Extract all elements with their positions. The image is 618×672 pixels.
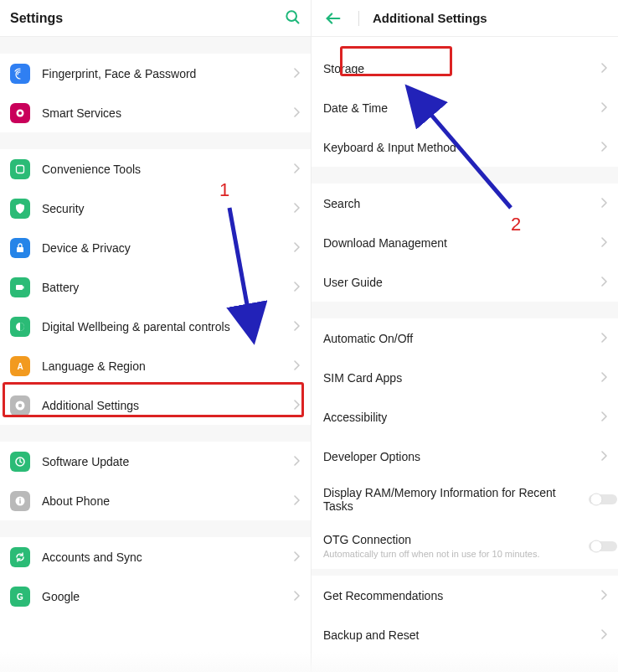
svg-text:G: G <box>17 592 23 601</box>
chevron-right-icon <box>294 319 301 334</box>
toggle-item[interactable]: OTG ConnectionAutomatically turn off whe… <box>312 523 618 569</box>
chevron-right-icon <box>601 588 608 603</box>
chevron-right-icon <box>294 589 301 604</box>
toggle-switch[interactable] <box>588 539 618 554</box>
label: Device & Privacy <box>42 241 131 255</box>
back-icon[interactable] <box>322 7 345 30</box>
settings-item-g[interactable]: GGoogle <box>0 576 311 616</box>
settings-item-wellbeing[interactable]: Digital Wellbeing & parental controls <box>0 307 311 346</box>
svg-point-11 <box>18 403 22 406</box>
settings-item-lock[interactable]: Device & Privacy <box>0 228 311 267</box>
option-item[interactable]: Storage <box>312 49 618 88</box>
section-gap <box>312 569 618 576</box>
label: Battery <box>42 281 79 294</box>
label: Convenience Tools <box>42 163 141 176</box>
settings-item-fingerprint[interactable]: Fingerprint, Face & Password <box>0 54 311 93</box>
settings-header: Settings <box>0 0 311 37</box>
svg-text:A: A <box>17 361 23 370</box>
header-separator <box>358 11 359 26</box>
label: Additional Settings <box>42 399 139 412</box>
language-icon: A <box>10 356 30 376</box>
chevron-right-icon <box>601 235 608 251</box>
chevron-right-icon <box>294 398 301 413</box>
chevron-right-icon <box>601 331 608 346</box>
label: Keyboard & Input Method <box>323 141 456 154</box>
label: Get Recommendations <box>323 589 443 602</box>
settings-item-language[interactable]: ALanguage & Region <box>0 346 311 385</box>
settings-item-gear[interactable]: Additional Settings <box>0 385 311 425</box>
settings-item-update[interactable]: Software Update <box>0 442 311 481</box>
chevron-right-icon <box>294 359 301 374</box>
settings-item-circle[interactable]: Smart Services <box>0 93 311 132</box>
option-item[interactable]: Accessibility <box>312 397 618 437</box>
spacer <box>312 37 618 49</box>
option-item[interactable]: Keyboard & Input Method <box>312 127 618 167</box>
sync-icon <box>10 547 30 567</box>
label: Backup and Reset <box>323 628 419 642</box>
g-icon: G <box>10 587 30 607</box>
settings-item-about[interactable]: About Phone <box>0 481 311 520</box>
chevron-right-icon <box>601 410 608 425</box>
chevron-right-icon <box>601 628 608 643</box>
label: Display RAM/Memory Information for Recen… <box>323 486 585 513</box>
label: OTG Connection <box>323 533 411 546</box>
section-gap <box>312 302 618 318</box>
chevron-right-icon <box>601 449 608 464</box>
label: Automatic On/Off <box>323 332 413 345</box>
settings-item-tools[interactable]: Convenience Tools <box>0 149 311 189</box>
circle-icon <box>10 103 30 123</box>
option-item[interactable]: Date & Time <box>312 88 618 127</box>
section-gap <box>312 167 618 184</box>
section-gap <box>0 132 311 149</box>
option-item[interactable]: SIM Card Apps <box>312 358 618 397</box>
chevron-right-icon <box>294 66 301 81</box>
chevron-right-icon <box>294 240 301 256</box>
label: Accounts and Sync <box>42 551 142 564</box>
chevron-right-icon <box>601 275 608 290</box>
chevron-right-icon <box>294 454 301 469</box>
svg-rect-7 <box>23 286 24 288</box>
gear-icon <box>10 395 30 416</box>
toggle-switch[interactable] <box>588 492 618 507</box>
option-item[interactable]: User Guide <box>312 262 618 302</box>
chevron-right-icon <box>601 370 608 385</box>
wellbeing-icon <box>10 317 30 337</box>
settings-item-sync[interactable]: Accounts and Sync <box>0 537 311 576</box>
settings-item-shield[interactable]: Security <box>0 189 311 228</box>
label: Google <box>42 590 80 603</box>
chevron-right-icon <box>601 101 608 116</box>
option-item[interactable]: Automatic On/Off <box>312 318 618 358</box>
option-item[interactable]: Developer Options <box>312 437 618 476</box>
bottom-fade <box>0 652 618 672</box>
about-icon <box>10 491 30 511</box>
settings-item-battery[interactable]: Battery <box>0 267 311 307</box>
chevron-right-icon <box>601 196 608 211</box>
section-gap <box>0 37 311 54</box>
label: Fingerprint, Face & Password <box>42 67 196 80</box>
option-item[interactable]: Search <box>312 184 618 223</box>
toggle-item[interactable]: Display RAM/Memory Information for Recen… <box>312 476 618 523</box>
svg-rect-15 <box>19 500 21 504</box>
section-gap <box>0 520 311 537</box>
label: Developer Options <box>323 450 420 463</box>
label: Software Update <box>42 455 129 468</box>
section-gap <box>0 425 311 442</box>
svg-point-19 <box>590 494 602 505</box>
tools-icon <box>10 159 30 179</box>
chevron-right-icon <box>294 550 301 565</box>
label: Storage <box>323 62 364 75</box>
option-item[interactable]: Download Management <box>312 223 618 262</box>
label: User Guide <box>323 276 383 289</box>
label: Date & Time <box>323 101 388 115</box>
label: Download Management <box>323 236 447 250</box>
option-item[interactable]: Backup and Reset <box>312 615 618 654</box>
update-icon <box>10 452 30 472</box>
svg-point-3 <box>18 111 22 115</box>
chevron-right-icon <box>294 280 301 295</box>
chevron-right-icon <box>601 140 608 155</box>
search-icon[interactable] <box>284 8 301 28</box>
chevron-right-icon <box>294 106 301 121</box>
lock-icon <box>10 238 30 258</box>
subtitle: Automatically turn off when not in use f… <box>323 549 539 559</box>
option-item[interactable]: Get Recommendations <box>312 576 618 615</box>
